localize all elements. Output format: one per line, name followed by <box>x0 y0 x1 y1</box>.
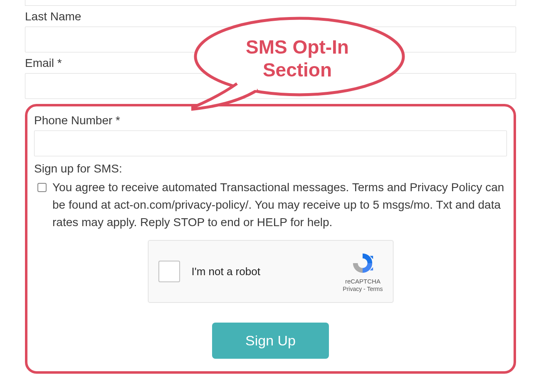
email-input[interactable] <box>25 73 516 99</box>
sms-signup-label: Sign up for SMS: <box>34 162 507 175</box>
recaptcha-branding: reCAPTCHA Privacy - Terms <box>343 251 383 292</box>
last-name-input[interactable] <box>25 27 516 52</box>
recaptcha-links[interactable]: Privacy - Terms <box>343 286 383 292</box>
last-name-field-group: Last Name <box>25 10 516 52</box>
consent-checkbox[interactable] <box>37 183 47 192</box>
recaptcha-brand: reCAPTCHA <box>345 278 380 285</box>
previous-input-bottom <box>25 0 516 6</box>
recaptcha-icon <box>351 251 375 275</box>
consent-text: You agree to receive automated Transacti… <box>52 179 507 231</box>
phone-field-group: Phone Number * <box>34 114 507 156</box>
email-label: Email * <box>25 57 516 70</box>
email-field-group: Email * <box>25 57 516 99</box>
last-name-label: Last Name <box>25 10 516 23</box>
phone-input[interactable] <box>34 131 507 156</box>
recaptcha-checkbox[interactable] <box>158 261 180 282</box>
phone-label: Phone Number * <box>34 114 507 127</box>
recaptcha-container: I'm not a robot reCAPTCHA Privacy - Term… <box>34 240 507 303</box>
recaptcha-label: I'm not a robot <box>192 265 260 278</box>
recaptcha-widget: I'm not a robot reCAPTCHA Privacy - Term… <box>148 240 393 303</box>
recaptcha-left: I'm not a robot <box>158 261 260 282</box>
signup-button[interactable]: Sign Up <box>212 323 329 359</box>
consent-row: You agree to receive automated Transacti… <box>34 179 507 231</box>
form-container: Last Name Email * Phone Number * Sign up… <box>0 0 541 374</box>
sms-optin-highlight-box: Phone Number * Sign up for SMS: You agre… <box>25 104 516 374</box>
submit-button-container: Sign Up <box>34 323 507 359</box>
